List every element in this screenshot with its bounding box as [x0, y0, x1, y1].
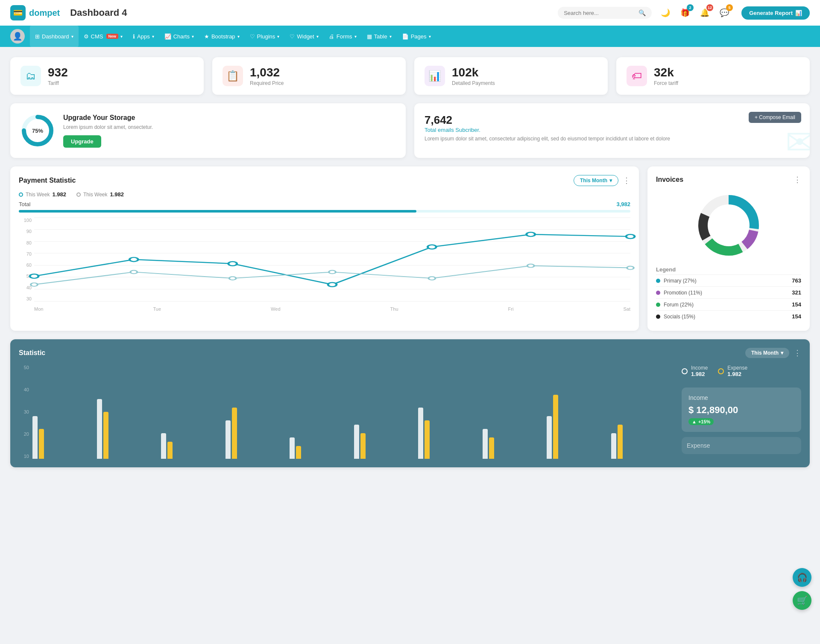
statistic-more-icon[interactable]: ⋮	[794, 348, 801, 358]
bar-group-10	[611, 425, 674, 459]
charts-chevron-icon: ▾	[192, 34, 194, 39]
income-panel-title: Income	[688, 394, 794, 401]
nav-cms-label: CMS	[91, 33, 103, 40]
storage-title: Upgrade Your Storage	[63, 114, 153, 122]
bar-group-3	[161, 433, 223, 459]
storage-donut: 75%	[20, 114, 55, 148]
payment-chart-more-icon[interactable]: ⋮	[623, 176, 630, 185]
svg-point-22	[527, 264, 534, 268]
storage-desc: Lorem ipsum dolor sit amet, onsectetur.	[63, 124, 153, 130]
navbar: 👤 ⊞ Dashboard ▾ ⚙ CMS New ▾ ℹ Apps ▾ 📈 C…	[0, 26, 820, 47]
pages-icon: 📄	[402, 33, 409, 40]
header-icons: 🌙 🎁 2 🔔 12 💬 5 Generate Report 📊	[659, 6, 810, 20]
email-desc: Lorem ipsum dolor sit amet, consectetur …	[425, 136, 800, 142]
statistic-controls: This Month ▾ ⋮	[745, 348, 801, 358]
email-number: 7,642	[425, 114, 800, 127]
bar-yellow-1	[39, 429, 44, 459]
nav-table[interactable]: ▦ Table ▾	[362, 26, 397, 47]
nav-forms[interactable]: 🖨 Forms ▾	[324, 26, 362, 47]
svg-point-17	[31, 283, 38, 286]
main-content: 🗂 932 Tariff 📋 1,032 Required Price 📊 10…	[0, 47, 820, 478]
payment-legend-row: This Week 1.982 This Week 1.982	[19, 191, 630, 198]
nav-plugins[interactable]: ♡ Plugins ▾	[245, 26, 285, 47]
bar-yellow-10	[618, 425, 623, 459]
dashboard-chevron-icon: ▾	[71, 34, 73, 39]
nav-apps[interactable]: ℹ Apps ▾	[128, 26, 159, 47]
bootstrap-icon: ★	[204, 33, 209, 40]
table-icon: ▦	[367, 33, 372, 40]
bar-group-2	[97, 399, 159, 459]
search-input[interactable]	[564, 10, 635, 16]
expense-panel: Expense	[682, 437, 801, 454]
required-price-icon: 📋	[223, 66, 243, 86]
header: 💳 dompet Dashboard 4 🔍 🌙 🎁 2 🔔 12 💬 5 Ge…	[0, 0, 820, 26]
bell-icon-btn[interactable]: 🔔 12	[698, 6, 712, 20]
legend-forum: Forum (22%) 154	[656, 298, 801, 310]
nav-dashboard[interactable]: ⊞ Dashboard ▾	[30, 26, 79, 47]
primary-label: Primary (27%)	[664, 278, 697, 284]
stat-cards-row: 🗂 932 Tariff 📋 1,032 Required Price 📊 10…	[10, 57, 810, 95]
nav-avatar: 👤	[10, 29, 25, 44]
nav-bootstrap[interactable]: ★ Bootstrap ▾	[199, 26, 245, 47]
stat-card-force-tariff: 🏷 32k Force tariff	[616, 57, 810, 95]
required-price-label: Required Price	[250, 80, 284, 86]
svg-point-11	[129, 257, 138, 262]
invoices-more-icon[interactable]: ⋮	[794, 175, 801, 184]
bar-group-5	[290, 437, 352, 459]
total-label: Total	[19, 201, 30, 207]
forum-color-dot	[656, 303, 660, 307]
payment-progress-bar	[19, 210, 630, 213]
nav-table-label: Table	[374, 33, 387, 40]
charts-row: Payment Statistic This Month ▾ ⋮ This We…	[10, 166, 810, 331]
bar-chart-container: 50 40 30 20 10	[19, 365, 673, 459]
bar-white-2	[97, 399, 102, 459]
force-tariff-value: 32k	[654, 66, 678, 79]
nav-widget[interactable]: ♡ Widget ▾	[284, 26, 323, 47]
bar-white-9	[547, 416, 552, 459]
legend-promotion: Promotion (11%) 321	[656, 286, 801, 298]
nav-cms[interactable]: ⚙ CMS New ▾	[79, 26, 128, 47]
line-chart-svg	[34, 218, 630, 301]
logo: 💳 dompet	[10, 5, 60, 20]
expense-legend-circle	[718, 368, 724, 374]
x-labels: Mon Tue Wed Thu Fri Sat	[34, 306, 630, 312]
nav-charts-label: Charts	[173, 33, 190, 40]
bar-yellow-8	[489, 437, 494, 459]
storage-percent: 75%	[32, 128, 43, 134]
this-month-button[interactable]: This Month ▾	[574, 175, 618, 186]
income-badge-value: +15%	[698, 419, 710, 424]
widget-icon: ♡	[290, 33, 295, 40]
nav-pages[interactable]: 📄 Pages ▾	[397, 26, 436, 47]
bar-chart-area: 50 40 30 20 10	[19, 365, 673, 459]
generate-report-button[interactable]: Generate Report 📊	[741, 6, 810, 20]
chat-badge: 5	[726, 4, 733, 11]
forms-chevron-icon: ▾	[354, 34, 357, 39]
period-label: This Month	[580, 178, 607, 184]
invoices-legend-title: Legend	[656, 266, 801, 273]
cms-new-badge: New	[106, 34, 119, 39]
pages-chevron-icon: ▾	[429, 34, 431, 39]
payment-total-row: Total 3,982	[19, 201, 630, 207]
period-chevron-icon: ▾	[609, 178, 612, 184]
statistic-period-label: This Month	[751, 350, 779, 356]
chat-icon-btn[interactable]: 💬 5	[718, 6, 731, 20]
compose-email-button[interactable]: + Compose Email	[749, 112, 801, 123]
bar-white-6	[354, 425, 359, 459]
detalled-payments-value: 102k	[452, 66, 495, 79]
promotion-color-dot	[656, 291, 660, 295]
legend-dot-1	[19, 192, 23, 197]
income-panel: Income $ 12,890,00 ▲ +15%	[682, 388, 801, 432]
statistic-period-button[interactable]: This Month ▾	[745, 348, 789, 358]
gift-icon-btn[interactable]: 🎁 2	[678, 6, 692, 20]
bar-chart-icon: 📊	[795, 10, 802, 16]
tariff-icon: 🗂	[20, 66, 41, 86]
legend-socials: Socials (15%) 154	[656, 310, 801, 322]
nav-charts[interactable]: 📈 Charts ▾	[159, 26, 199, 47]
invoices-header: Invoices ⋮	[656, 175, 801, 184]
moon-icon-btn[interactable]: 🌙	[659, 6, 672, 20]
cms-chevron-icon: ▾	[120, 34, 123, 39]
page-title: Dashboard 4	[70, 7, 558, 18]
promotion-value: 321	[792, 289, 801, 296]
forum-label: Forum (22%)	[664, 302, 694, 308]
upgrade-button[interactable]: Upgrade	[63, 135, 101, 148]
